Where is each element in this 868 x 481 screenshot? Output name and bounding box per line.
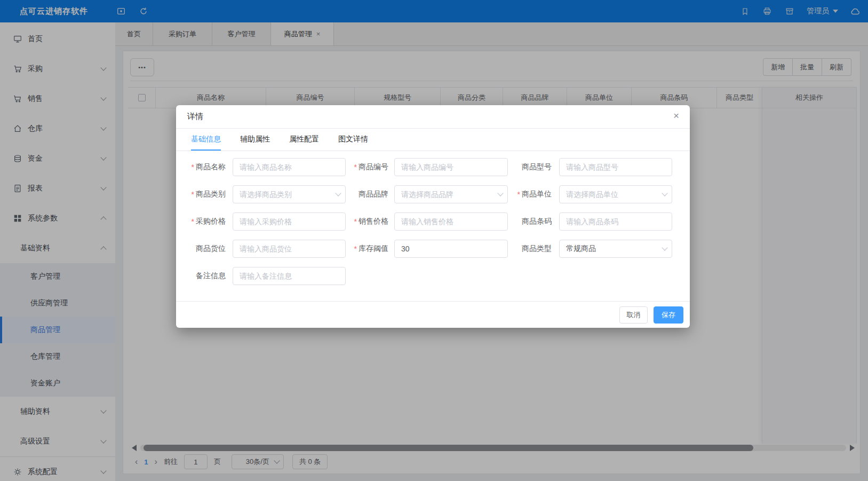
purchase-price-input[interactable] bbox=[233, 212, 346, 231]
label-text: 商品品牌 bbox=[359, 190, 388, 199]
required-mark: * bbox=[354, 245, 357, 253]
required-mark: * bbox=[192, 163, 194, 171]
cancel-button[interactable]: 取消 bbox=[619, 306, 648, 324]
label-text: 商品型号 bbox=[522, 162, 552, 172]
modal-title: 详情 bbox=[187, 112, 203, 122]
label-text: 商品类型 bbox=[522, 244, 552, 254]
select-value[interactable] bbox=[394, 185, 508, 203]
label-text: 商品编号 bbox=[359, 162, 388, 172]
field-label: 商品品牌 bbox=[336, 185, 388, 203]
tab-attribute-config[interactable]: 属性配置 bbox=[289, 129, 319, 151]
required-mark: * bbox=[192, 190, 194, 199]
stock-threshold-input[interactable] bbox=[394, 240, 508, 258]
field-label: 商品条码 bbox=[496, 212, 552, 231]
select-value[interactable] bbox=[233, 185, 346, 203]
product-unit-select[interactable] bbox=[559, 185, 672, 203]
label-text: 备注信息 bbox=[196, 271, 226, 281]
field-label: 商品型号 bbox=[496, 158, 552, 176]
field-label: *采购价格 bbox=[176, 212, 226, 231]
close-icon[interactable]: × bbox=[673, 111, 679, 121]
product-category-select[interactable] bbox=[233, 185, 346, 203]
product-type-select[interactable] bbox=[559, 240, 672, 258]
modal-footer: 取消 保存 bbox=[176, 301, 690, 328]
field-label: *商品名称 bbox=[176, 158, 226, 176]
barcode-input[interactable] bbox=[559, 212, 672, 231]
field-label: *商品类别 bbox=[176, 185, 226, 203]
field-label: 备注信息 bbox=[176, 267, 226, 285]
detail-modal: 详情 × 基础信息 辅助属性 属性配置 图文详情 *商品名称 *商品编号 商品型… bbox=[176, 105, 690, 328]
field-label: 商品货位 bbox=[176, 240, 226, 258]
required-mark: * bbox=[517, 190, 520, 199]
tab-aux-attributes[interactable]: 辅助属性 bbox=[240, 129, 270, 151]
field-label: *库存阈值 bbox=[336, 240, 388, 258]
required-mark: * bbox=[354, 217, 357, 226]
label-text: 商品名称 bbox=[196, 162, 226, 172]
field-label: *商品单位 bbox=[496, 185, 552, 203]
modal-tabs: 基础信息 辅助属性 属性配置 图文详情 bbox=[176, 129, 690, 151]
tab-basic-info[interactable]: 基础信息 bbox=[191, 129, 221, 151]
field-label: 商品类型 bbox=[496, 240, 552, 258]
product-brand-select[interactable] bbox=[394, 185, 508, 203]
app-screen: 点可云进销存软件 管理员 bbox=[0, 0, 868, 481]
required-mark: * bbox=[354, 163, 357, 171]
required-mark: * bbox=[192, 217, 194, 226]
label-text: 商品类别 bbox=[196, 190, 226, 199]
sale-price-input[interactable] bbox=[394, 212, 508, 231]
product-code-input[interactable] bbox=[394, 158, 508, 176]
label-text: 销售价格 bbox=[359, 217, 388, 226]
modal-form: *商品名称 *商品编号 商品型号 *商品类别 商品品牌 *商品单位 *采购价格 bbox=[176, 151, 690, 301]
label-text: 采购价格 bbox=[196, 217, 226, 226]
label-text: 商品单位 bbox=[522, 190, 552, 199]
label-text: 库存阈值 bbox=[359, 244, 388, 254]
remark-input[interactable] bbox=[233, 267, 346, 285]
label-text: 商品条码 bbox=[522, 217, 552, 226]
label-text: 商品货位 bbox=[196, 244, 226, 254]
product-model-input[interactable] bbox=[559, 158, 672, 176]
shelf-location-input[interactable] bbox=[233, 240, 346, 258]
product-name-input[interactable] bbox=[233, 158, 346, 176]
save-button[interactable]: 保存 bbox=[654, 306, 683, 324]
field-label: *商品编号 bbox=[336, 158, 388, 176]
select-value[interactable] bbox=[559, 240, 672, 258]
tab-image-text-detail[interactable]: 图文详情 bbox=[338, 129, 368, 151]
select-value[interactable] bbox=[559, 185, 672, 203]
field-label: *销售价格 bbox=[336, 212, 388, 231]
modal-header: 详情 × bbox=[176, 105, 690, 129]
